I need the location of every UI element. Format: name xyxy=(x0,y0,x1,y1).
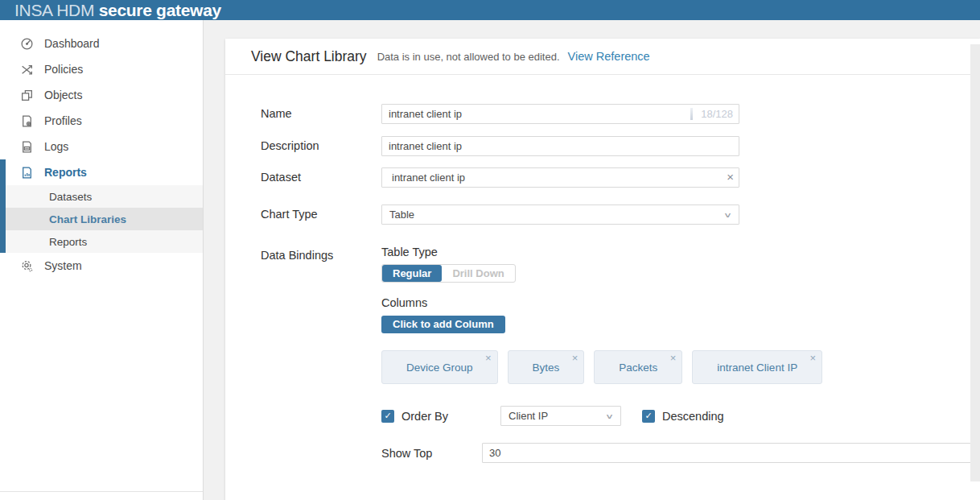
sidebar-item-profiles[interactable]: Profiles xyxy=(0,108,203,134)
columns-label: Columns xyxy=(381,296,980,309)
descending-label: Descending xyxy=(662,410,724,423)
description-field-wrap xyxy=(381,136,739,156)
remove-chip-icon[interactable]: × xyxy=(485,352,492,364)
dataset-label: Dataset xyxy=(261,167,381,188)
clear-dataset-icon[interactable]: × xyxy=(727,170,734,184)
chart-type-value: Table xyxy=(389,209,414,221)
reports-icon xyxy=(20,166,34,180)
chip-label: Device Group xyxy=(406,362,473,374)
remove-chip-icon[interactable]: × xyxy=(810,352,817,364)
sidebar-item-label: Logs xyxy=(44,140,68,153)
sidebar-item-label: Dashboard xyxy=(44,37,100,50)
sidebar-subitem-label: Chart Libraries xyxy=(49,213,126,225)
descending-checkbox[interactable]: ✓ xyxy=(642,410,655,423)
sidebar-item-policies[interactable]: Policies xyxy=(0,56,203,82)
page-title: View Chart Library xyxy=(251,48,367,65)
name-field-wrap: 18/128 xyxy=(381,104,739,124)
sidebar-subitem-label: Datasets xyxy=(49,191,92,203)
view-reference-link[interactable]: View Reference xyxy=(568,50,650,63)
dataset-input[interactable] xyxy=(381,167,739,188)
table-type-label: Table Type xyxy=(381,246,980,258)
chart-type-row: Chart Type Table ∨ xyxy=(261,205,980,225)
counter-divider xyxy=(690,108,693,120)
readonly-notice: Data is in use, not allowed to be edited… xyxy=(377,51,560,63)
dataset-row: Dataset × xyxy=(261,167,980,188)
order-by-row: ✓ Order By Client IP ∨ ✓ Descending xyxy=(381,406,980,426)
chip-label: Packets xyxy=(619,362,657,374)
brand-name: INSA HDM xyxy=(14,1,94,19)
show-top-row: Show Top xyxy=(381,443,980,463)
sidebar-group-reports: Reports Datasets Chart Libraries Reports xyxy=(0,159,203,253)
data-bindings-controls: Table Type Regular Drill Down Columns Cl… xyxy=(381,246,980,463)
logs-icon xyxy=(20,140,34,154)
dataset-field-wrap: × xyxy=(381,167,739,188)
app-header: INSA HDM secure gateway xyxy=(0,0,980,20)
chart-type-field-wrap: Table ∨ xyxy=(381,205,739,225)
chip-label: Bytes xyxy=(533,362,560,374)
sidebar-item-label: Reports xyxy=(44,166,87,179)
data-bindings-label: Data Bindings xyxy=(261,246,381,463)
remove-chip-icon[interactable]: × xyxy=(670,352,677,364)
sidebar-subitem-label: Reports xyxy=(49,236,87,248)
order-by-checkbox[interactable]: ✓ xyxy=(381,410,394,423)
add-column-button[interactable]: Click to add Column xyxy=(381,316,505,333)
brand-logo: INSA HDM secure gateway xyxy=(14,0,221,20)
sidebar-item-label: Objects xyxy=(44,89,82,101)
show-top-input[interactable] xyxy=(482,443,980,463)
show-top-label: Show Top xyxy=(381,447,482,460)
order-by-select[interactable]: Client IP ∨ xyxy=(500,406,621,426)
chart-library-form: Name 18/128 Description Dataset xyxy=(225,75,980,463)
content-card: View Chart Library Data is in use, not a… xyxy=(225,39,980,500)
column-chip-device-group[interactable]: Device Group × xyxy=(381,350,498,384)
order-by-label: Order By xyxy=(401,410,500,423)
policies-icon xyxy=(20,63,34,76)
table-type-option-regular[interactable]: Regular xyxy=(382,265,442,282)
main-area: View Chart Library Data is in use, not a… xyxy=(204,20,980,500)
sidebar-item-dashboard[interactable]: Dashboard xyxy=(0,31,203,56)
sidebar-item-logs[interactable]: Logs xyxy=(0,134,203,159)
table-type-toggle: Regular Drill Down xyxy=(381,264,516,283)
description-label: Description xyxy=(261,136,381,156)
dashboard-icon xyxy=(20,37,34,51)
sidebar-subitem-reports[interactable]: Reports xyxy=(0,230,203,253)
char-counter: 18/128 xyxy=(701,108,733,120)
sidebar-item-label: System xyxy=(44,259,82,272)
chart-type-select[interactable]: Table ∨ xyxy=(381,205,739,225)
sidebar-item-objects[interactable]: Objects xyxy=(0,82,203,108)
description-input[interactable] xyxy=(381,136,739,156)
column-chip-bytes[interactable]: Bytes × xyxy=(508,350,585,384)
card-header: View Chart Library Data is in use, not a… xyxy=(225,39,980,75)
sidebar-item-label: Profiles xyxy=(44,114,82,127)
sidebar-subitem-datasets[interactable]: Datasets xyxy=(0,185,203,208)
vertical-scrollbar[interactable] xyxy=(970,44,980,481)
brand-suffix: secure gateway xyxy=(99,1,221,19)
column-chip-packets[interactable]: Packets × xyxy=(594,350,682,384)
sidebar-item-system[interactable]: System xyxy=(0,253,203,279)
column-chip-intranet-client-ip[interactable]: intranet Client IP × xyxy=(692,350,822,384)
sidebar-item-reports[interactable]: Reports xyxy=(0,159,203,185)
chevron-down-icon: ∨ xyxy=(605,411,614,419)
chart-type-label: Chart Type xyxy=(261,205,381,225)
description-row: Description xyxy=(261,136,980,156)
data-bindings-row: Data Bindings Table Type Regular Drill D… xyxy=(261,246,980,463)
profiles-icon xyxy=(20,114,34,128)
system-gear-icon xyxy=(20,259,34,273)
name-row: Name 18/128 xyxy=(261,104,980,124)
objects-icon xyxy=(20,89,34,102)
chevron-down-icon: ∨ xyxy=(723,210,732,218)
name-label: Name xyxy=(261,104,381,124)
sidebar-subitem-chart-libraries[interactable]: Chart Libraries xyxy=(0,208,203,230)
sidebar: Dashboard Policies Objects Profiles Logs… xyxy=(0,20,204,500)
column-chips: Device Group × Bytes × Packets × intra xyxy=(381,350,980,384)
table-type-option-drilldown[interactable]: Drill Down xyxy=(442,265,514,282)
remove-chip-icon[interactable]: × xyxy=(572,352,579,364)
chip-label: intranet Client IP xyxy=(717,362,797,374)
sidebar-item-label: Policies xyxy=(44,63,83,76)
name-input[interactable] xyxy=(381,104,739,124)
order-by-value: Client IP xyxy=(509,410,548,422)
